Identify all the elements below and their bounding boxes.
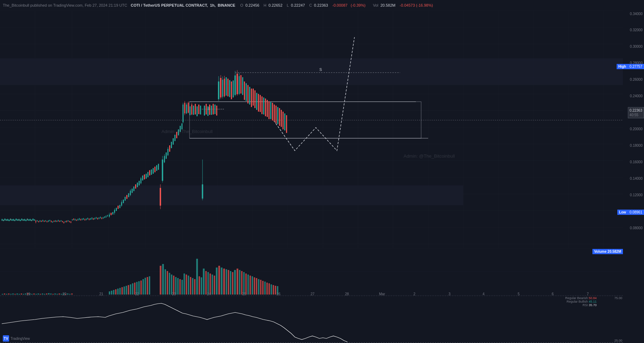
svg-rect-145 bbox=[144, 174, 145, 179]
time-label-7: 7 bbox=[587, 292, 589, 296]
svg-rect-87 bbox=[62, 221, 63, 222]
svg-rect-166 bbox=[174, 135, 175, 141]
publisher-label: The_Bitcoinbull published on TradingView… bbox=[3, 3, 127, 7]
svg-rect-186 bbox=[200, 106, 201, 114]
price-change: -0.00087 (-0.39%) bbox=[332, 3, 369, 7]
symbol-label: COTI / TetherUS PERPETUAL CONTRACT, 1h, … bbox=[131, 3, 238, 7]
svg-rect-245 bbox=[0, 248, 623, 296]
svg-rect-108 bbox=[92, 217, 92, 219]
svg-rect-101 bbox=[82, 218, 82, 220]
svg-rect-91 bbox=[68, 220, 68, 222]
time-label-2: 2 bbox=[413, 292, 416, 296]
svg-rect-132 bbox=[125, 197, 126, 200]
rsi-level-25: 25.00 bbox=[614, 339, 622, 342]
svg-text:S: S bbox=[319, 67, 322, 72]
vol-change: -0.04573 (-16.98%) bbox=[400, 3, 433, 7]
svg-rect-133 bbox=[126, 195, 127, 199]
svg-rect-216 bbox=[240, 75, 241, 94]
rsi-legend: Regular Bearish 50.84 Regular Bullish 45… bbox=[565, 296, 597, 307]
svg-rect-64 bbox=[31, 220, 32, 221]
svg-rect-65 bbox=[33, 219, 33, 220]
price-label-020: 0.20000 bbox=[630, 127, 643, 131]
svg-rect-220 bbox=[247, 85, 248, 104]
svg-rect-69 bbox=[37, 220, 38, 222]
price-label-032: 0.32000 bbox=[630, 28, 643, 32]
low-badge-container: Low 0.08961 bbox=[617, 210, 644, 215]
svg-rect-205 bbox=[226, 77, 227, 96]
time-label-25: 25 bbox=[242, 292, 246, 296]
svg-rect-102 bbox=[83, 218, 84, 220]
time-label-23: 23 bbox=[172, 292, 176, 296]
svg-rect-227 bbox=[260, 95, 261, 112]
price-label-008: 0.08000 bbox=[630, 226, 643, 230]
high-badge: High bbox=[617, 64, 628, 69]
tv-icon: TV bbox=[3, 335, 9, 342]
svg-rect-53 bbox=[16, 219, 16, 220]
high-value: 0.27757 bbox=[628, 64, 644, 69]
svg-rect-191 bbox=[207, 106, 208, 116]
svg-rect-0 bbox=[0, 11, 623, 248]
svg-rect-189 bbox=[204, 106, 205, 116]
svg-rect-235 bbox=[274, 105, 275, 122]
svg-rect-160 bbox=[166, 152, 167, 159]
svg-rect-192 bbox=[209, 105, 210, 115]
svg-rect-224 bbox=[254, 90, 255, 108]
rsi-regular-bullish: Regular Bullish 45.11 bbox=[565, 300, 597, 303]
price-label-026: 0.26000 bbox=[630, 78, 643, 81]
svg-rect-232 bbox=[268, 101, 270, 119]
svg-rect-127 bbox=[118, 206, 119, 209]
rsi-value: RSI 35.70 bbox=[565, 303, 597, 307]
svg-rect-46 bbox=[6, 219, 7, 220]
svg-rect-75 bbox=[45, 220, 46, 222]
svg-rect-225 bbox=[256, 93, 257, 110]
volume-area: Volume 20.582M bbox=[0, 248, 623, 296]
svg-rect-77 bbox=[48, 220, 49, 222]
svg-rect-234 bbox=[272, 103, 273, 121]
svg-rect-96 bbox=[75, 219, 75, 220]
svg-rect-179 bbox=[190, 106, 191, 115]
svg-rect-95 bbox=[73, 218, 74, 220]
svg-rect-237 bbox=[277, 107, 278, 124]
svg-rect-50 bbox=[12, 219, 12, 220]
svg-rect-219 bbox=[246, 83, 247, 101]
svg-rect-131 bbox=[123, 200, 124, 203]
svg-rect-79 bbox=[51, 220, 52, 222]
svg-rect-151 bbox=[154, 167, 155, 172]
svg-rect-111 bbox=[96, 217, 97, 219]
svg-rect-208 bbox=[231, 81, 232, 99]
svg-rect-52 bbox=[14, 220, 15, 221]
svg-rect-71 bbox=[40, 220, 40, 222]
svg-rect-60 bbox=[26, 220, 26, 221]
svg-rect-148 bbox=[149, 170, 150, 176]
svg-rect-73 bbox=[42, 220, 43, 222]
svg-rect-358 bbox=[0, 296, 623, 343]
svg-rect-107 bbox=[90, 218, 91, 220]
svg-rect-183 bbox=[195, 104, 196, 114]
svg-rect-195 bbox=[214, 105, 215, 114]
svg-rect-72 bbox=[41, 220, 42, 222]
rsi-regular-bearish: Regular Bearish 50.84 bbox=[565, 296, 597, 300]
svg-rect-59 bbox=[24, 219, 25, 220]
svg-rect-238 bbox=[279, 108, 280, 126]
time-label-22: 22 bbox=[135, 292, 139, 296]
svg-rect-78 bbox=[49, 220, 50, 221]
svg-rect-163 bbox=[169, 145, 170, 152]
svg-rect-109 bbox=[93, 218, 94, 220]
price-label-024: 0.24000 bbox=[630, 94, 643, 98]
svg-rect-193 bbox=[211, 106, 212, 115]
svg-rect-241 bbox=[284, 113, 285, 131]
main-chart-area: S S bbox=[0, 11, 623, 248]
svg-rect-236 bbox=[275, 106, 277, 124]
svg-rect-240 bbox=[283, 112, 284, 130]
svg-rect-93 bbox=[71, 221, 71, 223]
svg-rect-51 bbox=[13, 219, 14, 220]
svg-text:TV: TV bbox=[4, 337, 8, 341]
svg-rect-128 bbox=[119, 205, 120, 208]
svg-rect-100 bbox=[80, 219, 81, 220]
svg-rect-98 bbox=[78, 219, 78, 220]
rsi-svg bbox=[0, 296, 623, 343]
svg-rect-47 bbox=[7, 219, 8, 220]
svg-rect-137 bbox=[132, 189, 133, 193]
svg-rect-217 bbox=[242, 77, 243, 95]
svg-rect-43 bbox=[2, 219, 2, 220]
